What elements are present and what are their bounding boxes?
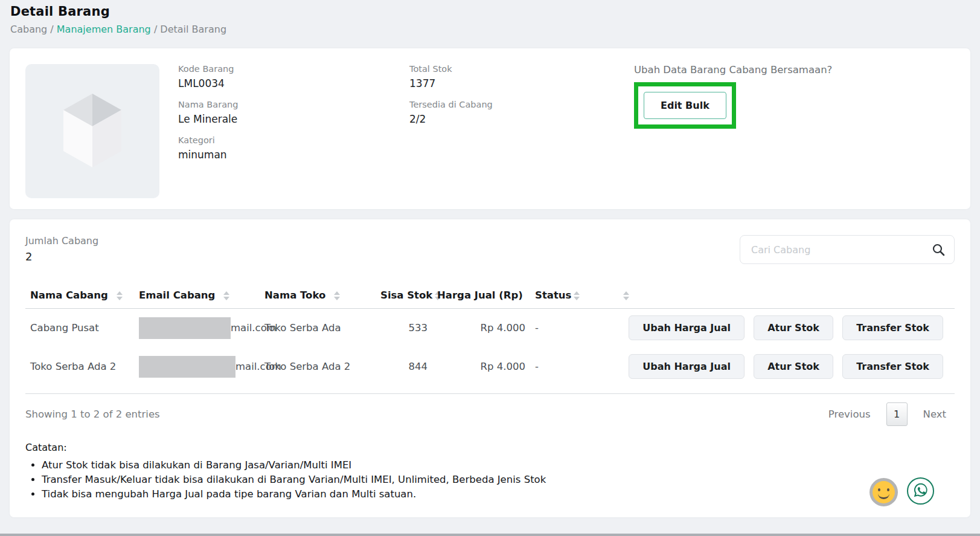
cell-status: - (530, 347, 610, 386)
product-image-placeholder (25, 64, 159, 198)
branches-table: Nama Cabang Email Cabang Nama Toko Sisa … (25, 285, 955, 386)
breadcrumb-link-manajemen-barang[interactable]: Manajemen Barang (57, 24, 151, 35)
page-title: Detail Barang (10, 4, 226, 19)
feedback-smiley-button[interactable] (870, 478, 898, 506)
atur-stok-button[interactable]: Atur Stok (754, 315, 833, 340)
column-header-nama-cabang[interactable]: Nama Cabang (25, 285, 134, 309)
notes-title: Catatan: (25, 442, 955, 453)
breadcrumb-separator: / (154, 24, 157, 35)
cell-status: - (530, 309, 610, 347)
sort-icon[interactable] (623, 291, 629, 300)
column-header-harga-jual[interactable]: Harga Jual (Rp) (432, 285, 530, 309)
tersedia-di-cabang-value: 2/2 (409, 113, 634, 125)
cell-sisa-stok: 844 (376, 347, 432, 386)
table-header-row: Nama Cabang Email Cabang Nama Toko Sisa … (25, 285, 955, 309)
cell-nama-cabang: Cabang Pusat (25, 309, 134, 347)
redacted-email-block (139, 356, 235, 378)
ubah-harga-jual-button[interactable]: Ubah Harga Jual (629, 354, 745, 379)
kategori-label: Kategori (178, 135, 391, 145)
cell-actions: Ubah Harga Jual Atur Stok Transfer Stok (610, 347, 955, 386)
pagination-page-1[interactable]: 1 (886, 402, 908, 426)
jumlah-cabang-value: 2 (25, 250, 98, 263)
note-item: Atur Stok tidak bisa dilakukan di Barang… (42, 458, 955, 473)
smiley-icon (873, 481, 895, 503)
breadcrumb-separator: / (50, 24, 53, 35)
transfer-stok-button[interactable]: Transfer Stok (842, 315, 943, 340)
bulk-edit-section: Ubah Data Barang Cabang Bersamaan? Edit … (634, 64, 955, 193)
cell-actions: Ubah Harga Jual Atur Stok Transfer Stok (610, 309, 955, 347)
note-item: Transfer Masuk/Keluar tidak bisa dilakuk… (42, 473, 955, 487)
cell-nama-toko: Toko Serba Ada (260, 309, 376, 347)
column-header-status[interactable]: Status (530, 285, 610, 309)
pagination-next[interactable]: Next (915, 408, 955, 420)
ubah-harga-jual-button[interactable]: Ubah Harga Jual (629, 315, 745, 340)
table-row: Cabang Pusat mail.com Toko Serba Ada 533… (25, 309, 955, 347)
column-header-actions[interactable] (610, 285, 955, 309)
kode-barang-value: LML0034 (178, 77, 391, 89)
cell-nama-cabang: Toko Serba Ada 2 (25, 347, 134, 386)
cell-email-cabang: mail.com (134, 309, 260, 347)
jumlah-cabang-label: Jumlah Cabang (25, 235, 98, 247)
cell-harga-jual: Rp 4.000 (432, 347, 530, 386)
branch-search (740, 235, 955, 264)
search-input[interactable] (740, 235, 955, 264)
table-bottom-divider (25, 393, 955, 394)
whatsapp-icon (912, 482, 929, 501)
box-icon (53, 88, 132, 175)
cell-sisa-stok: 533 (376, 309, 432, 347)
pagination: Previous 1 Next (820, 402, 955, 426)
breadcrumb-root[interactable]: Cabang (10, 24, 47, 35)
whatsapp-button[interactable] (907, 477, 934, 505)
table-row: Toko Serba Ada 2 mail.com Toko Serba Ada… (25, 347, 955, 386)
jumlah-cabang-block: Jumlah Cabang 2 (25, 235, 98, 263)
cell-email-cabang: mail.com (134, 347, 260, 386)
breadcrumb: Cabang / Manajemen Barang / Detail Baran… (10, 24, 226, 35)
sort-icon[interactable] (223, 291, 229, 300)
nama-barang-value: Le Minerale (178, 113, 391, 125)
sort-icon[interactable] (117, 291, 123, 300)
cell-harga-jual: Rp 4.000 (432, 309, 530, 347)
product-detail-card: Kode Barang LML0034 Nama Barang Le Miner… (10, 48, 970, 209)
sort-icon[interactable] (574, 291, 580, 300)
atur-stok-button[interactable]: Atur Stok (754, 354, 833, 379)
total-stok-label: Total Stok (409, 64, 634, 74)
pagination-previous[interactable]: Previous (820, 408, 879, 420)
column-header-nama-toko[interactable]: Nama Toko (260, 285, 376, 309)
notes-list: Atur Stok tidak bisa dilakukan di Barang… (25, 458, 955, 502)
breadcrumb-current: Detail Barang (160, 24, 226, 35)
cell-nama-toko: Toko Serba Ada 2 (260, 347, 376, 386)
total-stok-value: 1377 (409, 77, 634, 89)
search-icon[interactable] (932, 243, 945, 256)
bulk-edit-question: Ubah Data Barang Cabang Bersamaan? (634, 64, 955, 76)
redacted-email-block (139, 317, 231, 339)
sort-icon[interactable] (334, 291, 340, 300)
edit-bulk-button[interactable]: Edit Bulk (644, 92, 726, 119)
product-info-column-2: Total Stok 1377 Tersedia di Cabang 2/2 (409, 64, 634, 193)
column-header-email-cabang[interactable]: Email Cabang (134, 285, 260, 309)
page-header: Detail Barang Cabang / Manajemen Barang … (10, 4, 226, 35)
nama-barang-label: Nama Barang (178, 100, 391, 109)
kategori-value: minuman (178, 149, 391, 161)
branches-card: Jumlah Cabang 2 Nama Cabang (10, 219, 970, 517)
column-header-sisa-stok[interactable]: Sisa Stok (376, 285, 432, 309)
showing-entries-text: Showing 1 to 2 of 2 entries (25, 408, 160, 420)
window-bottom-edge (0, 534, 980, 536)
transfer-stok-button[interactable]: Transfer Stok (842, 354, 943, 379)
notes-section: Catatan: Atur Stok tidak bisa dilakukan … (25, 442, 955, 502)
kode-barang-label: Kode Barang (178, 64, 391, 74)
product-info-column-1: Kode Barang LML0034 Nama Barang Le Miner… (178, 64, 391, 193)
edit-bulk-highlight-box: Edit Bulk (634, 82, 736, 129)
note-item: Tidak bisa mengubah Harga Jual pada tipe… (42, 487, 955, 502)
tersedia-di-cabang-label: Tersedia di Cabang (409, 100, 634, 109)
